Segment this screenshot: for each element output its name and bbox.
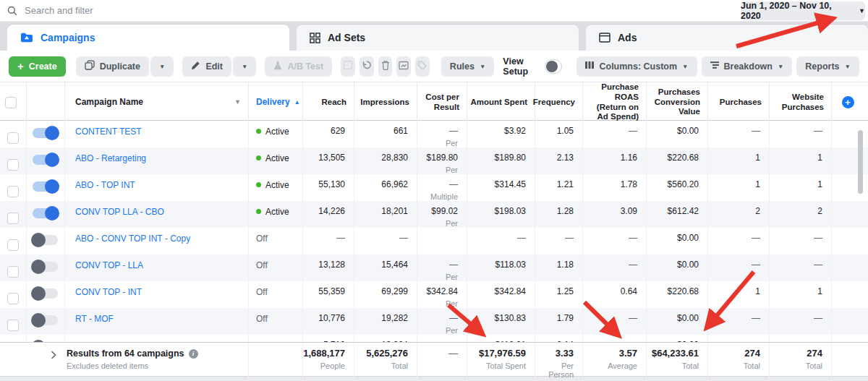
- reach-cell: 629: [303, 121, 354, 147]
- total-impressions-cell: 5,625,276Total: [354, 343, 417, 379]
- pencil-icon: [191, 61, 200, 72]
- info-icon[interactable]: i: [189, 349, 198, 359]
- row-checkbox[interactable]: [0, 335, 27, 342]
- campaign-toggle[interactable]: [33, 315, 58, 325]
- impressions-cell: 13,324: [354, 335, 417, 342]
- delivery-status: Off: [256, 260, 268, 270]
- delete-button[interactable]: [378, 56, 393, 77]
- delivery-cell: Off: [249, 335, 303, 342]
- toggle-cell: [27, 201, 65, 228]
- impressions-cell: 66,962: [354, 174, 417, 201]
- campaign-name-link[interactable]: CONV TOP LLA - CBO: [75, 207, 164, 217]
- column-header-delivery[interactable]: Delivery ▲: [249, 82, 303, 122]
- row-checkbox[interactable]: [0, 228, 27, 254]
- edit-button[interactable]: Edit: [182, 56, 231, 77]
- checkbox: [7, 213, 19, 224]
- preview-icon: [343, 60, 353, 72]
- vertical-scrollbar-thumb[interactable]: [858, 130, 863, 194]
- campaign-name-cell: ABO - CONV TOP INT - Copy: [65, 228, 249, 254]
- row-checkbox[interactable]: [0, 174, 27, 201]
- impressions-cell: —: [354, 228, 417, 254]
- chevron-down-icon: ▼: [159, 63, 165, 70]
- tab-ad-sets-label: Ad Sets: [328, 32, 365, 43]
- preview-button[interactable]: [341, 56, 355, 77]
- row-checkbox[interactable]: [0, 201, 27, 228]
- tab-ad-sets[interactable]: Ad Sets: [297, 25, 579, 51]
- website-purchases-cell: 1: [770, 174, 832, 201]
- add-column-button[interactable]: +: [832, 82, 868, 122]
- campaign-toggle[interactable]: [33, 208, 58, 218]
- chevron-down-icon: ▼: [682, 63, 688, 70]
- export-button[interactable]: [396, 56, 411, 77]
- column-header-reach[interactable]: Reach: [303, 82, 354, 122]
- spacer-cell: [832, 201, 868, 228]
- column-header-purchase-roas[interactable]: Purchase ROAS (Return on Ad Spend): [583, 82, 647, 122]
- delivery-status: Active: [265, 207, 289, 217]
- tag-button[interactable]: [415, 56, 430, 77]
- reports-button[interactable]: Reports ▼: [796, 56, 859, 77]
- edit-dropdown-button[interactable]: ▼: [233, 56, 256, 77]
- frequency-cell: 1.28: [535, 201, 583, 228]
- amount-spent-cell: $118.03: [467, 254, 535, 281]
- campaign-name-link[interactable]: ABO - Retargeting: [75, 153, 146, 163]
- rules-button[interactable]: Rules ▼: [441, 56, 494, 77]
- ab-test-button[interactable]: A/B Test: [265, 56, 332, 77]
- column-header-campaign-name[interactable]: Campaign Name ▼: [65, 82, 249, 122]
- row-checkbox[interactable]: [0, 308, 27, 335]
- entity-tabs: Campaigns Ad Sets Ads: [0, 22, 868, 51]
- column-header-website-purchases[interactable]: Website Purchases: [770, 82, 832, 122]
- tab-campaigns[interactable]: Campaigns: [7, 25, 289, 51]
- chevron-right-icon[interactable]: [51, 349, 56, 362]
- toggle-cell: [27, 254, 65, 281]
- website-purchases-cell: —: [770, 121, 832, 147]
- campaign-name-link[interactable]: ABO - CONV TOP INT - Copy: [75, 234, 190, 244]
- reach-cell: 10,776: [303, 308, 354, 335]
- row-checkbox[interactable]: [0, 147, 27, 174]
- window-icon: [599, 33, 610, 43]
- reach-cell: 55,359: [303, 281, 354, 308]
- row-checkbox[interactable]: [0, 254, 27, 281]
- campaign-toggle[interactable]: [33, 262, 58, 272]
- select-all-checkbox[interactable]: [0, 82, 27, 122]
- date-range-button[interactable]: Jun 1, 2020 – Nov 10, 2020 ▼: [741, 1, 865, 20]
- tab-ads[interactable]: Ads: [586, 25, 868, 51]
- column-header-amount-spent[interactable]: Amount Spent: [467, 82, 535, 122]
- delivery-cell: Off: [249, 254, 303, 281]
- campaign-name-link[interactable]: CONV TOP - LLA: [75, 260, 143, 270]
- checkbox: [7, 186, 19, 197]
- duplicate-button[interactable]: Duplicate: [76, 56, 149, 77]
- reports-label: Reports: [805, 61, 839, 72]
- campaign-toggle[interactable]: [33, 235, 58, 245]
- campaign-name-link[interactable]: CONTENT TEST: [75, 127, 142, 137]
- grid-icon: [310, 33, 320, 43]
- result-type-label: Per Purch…: [417, 299, 458, 308]
- view-setup-toggle[interactable]: [545, 59, 562, 74]
- column-header-frequency[interactable]: Frequency: [535, 82, 583, 122]
- duplicate-dropdown-button[interactable]: ▼: [150, 56, 174, 77]
- column-header-purchases[interactable]: Purchases: [708, 82, 770, 122]
- table-row: CONTENT TESTActive629661—Per Purch…$3.92…: [0, 121, 868, 147]
- campaign-name-link[interactable]: RT - MOF: [75, 314, 114, 324]
- undo-button[interactable]: [359, 56, 374, 77]
- toggle-knob: [31, 313, 46, 328]
- column-header-impressions[interactable]: Impressions: [354, 82, 417, 122]
- columns-button[interactable]: Columns: Custom ▼: [576, 56, 697, 77]
- campaign-toggle[interactable]: [33, 181, 58, 192]
- create-button[interactable]: + Create: [9, 56, 66, 77]
- delivery-cell: Active: [249, 121, 303, 147]
- column-header-cost-per-result[interactable]: Cost per Result: [417, 82, 467, 122]
- campaign-toggle[interactable]: [33, 155, 58, 165]
- purchase-roas-cell: [583, 335, 647, 342]
- reach-cell: 5,716: [303, 335, 354, 342]
- row-checkbox[interactable]: [0, 121, 27, 147]
- campaign-toggle[interactable]: [33, 128, 58, 138]
- row-checkbox[interactable]: [0, 281, 27, 308]
- total-frequency-cell: 3.33Per Person: [535, 343, 583, 379]
- campaign-toggle[interactable]: [33, 288, 58, 299]
- campaign-name-link[interactable]: CONV TOP - INT: [75, 287, 142, 297]
- campaign-name-link[interactable]: ABO - TOP INT: [75, 180, 135, 190]
- column-header-purchases-conversion-value[interactable]: Purchases Conversion Value: [647, 82, 708, 122]
- breakdown-button[interactable]: Breakdown ▼: [702, 56, 793, 77]
- campaign-name-cell: RT - BOF: [65, 335, 249, 342]
- amount-spent-cell: —: [467, 228, 535, 254]
